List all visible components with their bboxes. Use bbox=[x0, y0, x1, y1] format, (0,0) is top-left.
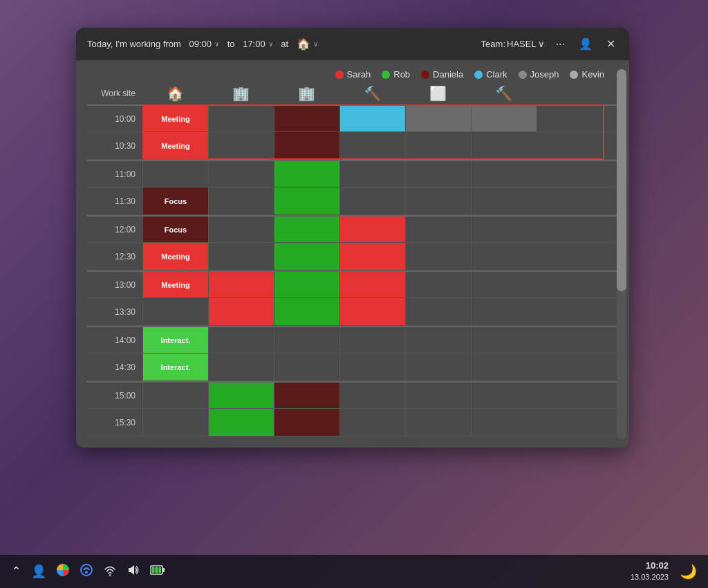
cell-sarah-1000[interactable]: Meeting bbox=[142, 106, 208, 131]
legend-item-rob: Rob bbox=[382, 69, 410, 80]
end-time-chevron-icon: ∨ bbox=[268, 40, 273, 48]
sarah-dot bbox=[335, 71, 344, 79]
cell-sarah-1530 bbox=[142, 409, 208, 436]
cell-clark-1530 bbox=[339, 409, 405, 436]
cell-joseph-1130 bbox=[405, 187, 471, 214]
sync-icon[interactable] bbox=[80, 563, 93, 580]
cell-daniela-1030 bbox=[274, 132, 339, 159]
worksite-icon-rob: 🏢 bbox=[208, 85, 274, 102]
end-time-dropdown[interactable]: 17:00 ∨ bbox=[243, 39, 273, 49]
joseph-dot bbox=[519, 71, 527, 79]
cell-rob-1430 bbox=[208, 353, 274, 380]
header-right: Team: HASEL ∨ ··· 👤 ✕ bbox=[481, 36, 618, 52]
cell-daniela-1500 bbox=[274, 383, 339, 408]
cell-kevin-1000 bbox=[471, 106, 537, 131]
cell-sarah-1430[interactable]: Interact. bbox=[142, 353, 208, 380]
legend-item-joseph: Joseph bbox=[519, 69, 559, 80]
time-row-1130: 11:30 Focus bbox=[87, 187, 618, 215]
worksite-icon-daniela: 🏢 bbox=[274, 85, 339, 102]
taskbar-right: 10:02 13.03.2023 🌙 bbox=[631, 560, 697, 582]
cell-kevin-1230 bbox=[471, 243, 537, 270]
clark-label: Clark bbox=[486, 69, 507, 80]
moon-icon[interactable]: 🌙 bbox=[680, 563, 697, 580]
battery-icon[interactable] bbox=[150, 564, 165, 579]
cell-sarah-1230[interactable]: Meeting bbox=[142, 243, 208, 270]
cell-daniela-1300 bbox=[274, 272, 339, 297]
time-label-1130: 11:30 bbox=[87, 187, 142, 214]
cell-sarah-1030[interactable]: Meeting bbox=[142, 132, 208, 159]
svg-point-1 bbox=[81, 564, 92, 576]
team-dropdown[interactable]: Team: HASEL ∨ bbox=[481, 39, 545, 49]
header-bar: Today, I'm working from 09:00 ∨ to 17:00… bbox=[76, 28, 629, 61]
chevron-up-icon[interactable]: ⌃ bbox=[11, 564, 21, 579]
time-row-1530: 15:30 bbox=[87, 409, 618, 437]
cell-kevin-1030 bbox=[471, 132, 537, 159]
time-row-1100: 11:00 bbox=[87, 160, 618, 187]
user-icon[interactable]: 👤 bbox=[576, 36, 595, 52]
cell-joseph-1000 bbox=[405, 106, 471, 131]
cell-sarah-1130[interactable]: Focus bbox=[142, 187, 208, 214]
close-button[interactable]: ✕ bbox=[604, 36, 618, 52]
wifi-icon[interactable] bbox=[103, 563, 117, 580]
cell-rob-1500 bbox=[208, 383, 274, 408]
time-row-1200: 12:00 Focus bbox=[87, 215, 618, 243]
time-label-1200: 12:00 bbox=[87, 217, 142, 242]
cell-rob-1400 bbox=[208, 327, 274, 353]
taskbar-left: ⌃ 👤 bbox=[11, 563, 165, 580]
cell-joseph-1400 bbox=[405, 327, 471, 353]
time-label-1030: 10:30 bbox=[87, 132, 142, 159]
legend-item-kevin: Kevin bbox=[570, 69, 604, 80]
cell-joseph-1500 bbox=[405, 383, 471, 408]
cell-sarah-1330 bbox=[142, 298, 208, 325]
cell-sarah-1400[interactable]: Interact. bbox=[142, 327, 208, 353]
cell-joseph-1030 bbox=[405, 132, 471, 159]
cell-kevin-1530 bbox=[471, 409, 537, 436]
more-button[interactable]: ··· bbox=[553, 37, 568, 52]
scrollbar[interactable] bbox=[617, 69, 626, 439]
cell-rob-1530 bbox=[208, 409, 274, 436]
time-label-1100: 11:00 bbox=[87, 161, 142, 187]
cell-daniela-1430 bbox=[274, 353, 339, 380]
content-area: Sarah Rob Daniela Clark Joseph Kevin bbox=[76, 61, 629, 448]
cell-kevin-1100 bbox=[471, 161, 537, 187]
cell-clark-1230 bbox=[339, 243, 405, 270]
time-label-1000: 10:00 bbox=[87, 106, 142, 131]
cell-clark-1430 bbox=[339, 353, 405, 380]
cell-clark-1100 bbox=[339, 161, 405, 187]
start-time-dropdown[interactable]: 09:00 ∨ bbox=[189, 39, 220, 49]
location-dropdown[interactable]: 🏠 ∨ bbox=[297, 37, 318, 50]
cell-daniela-1530 bbox=[274, 409, 339, 436]
worksite-label: Work site bbox=[87, 89, 142, 98]
time-row-1330: 13:30 bbox=[87, 298, 618, 326]
cell-daniela-1330 bbox=[274, 298, 339, 325]
cell-clark-1300 bbox=[339, 272, 405, 297]
worksite-row: Work site 🏠 🏢 🏢 🔨 ⬜ 🔨 bbox=[87, 85, 618, 102]
sarah-label: Sarah bbox=[347, 69, 371, 80]
cell-rob-1230 bbox=[208, 243, 274, 270]
time-label-1330: 13:30 bbox=[87, 298, 142, 325]
scrollbar-thumb[interactable] bbox=[617, 69, 626, 291]
legend-item-clark: Clark bbox=[474, 69, 507, 80]
volume-icon[interactable] bbox=[127, 563, 140, 580]
cell-sarah-1200[interactable]: Focus bbox=[142, 217, 208, 242]
time-label-1430: 14:30 bbox=[87, 353, 142, 380]
cell-clark-1200 bbox=[339, 217, 405, 242]
user-circle-icon[interactable]: 👤 bbox=[31, 564, 46, 579]
clock-time: 10:02 bbox=[631, 560, 669, 572]
cell-daniela-1200 bbox=[274, 217, 339, 242]
worksite-icon-joseph: ⬜ bbox=[405, 85, 471, 102]
time-row-1400: 14:00 Interact. bbox=[87, 326, 618, 353]
worksite-icon-kevin: 🔨 bbox=[471, 85, 537, 102]
rob-label: Rob bbox=[393, 69, 410, 80]
svg-point-3 bbox=[109, 574, 111, 576]
svg-point-2 bbox=[85, 571, 88, 573]
cell-kevin-1400 bbox=[471, 327, 537, 353]
taskbar: ⌃ 👤 bbox=[0, 555, 708, 588]
cell-rob-1100 bbox=[208, 161, 274, 187]
cell-sarah-1300[interactable]: Meeting bbox=[142, 272, 208, 297]
cell-sarah-1500 bbox=[142, 383, 208, 408]
svg-rect-6 bbox=[151, 567, 161, 573]
pie-chart-icon[interactable] bbox=[56, 563, 70, 580]
worksite-icon-clark: 🔨 bbox=[339, 85, 405, 102]
cell-joseph-1230 bbox=[405, 243, 471, 270]
